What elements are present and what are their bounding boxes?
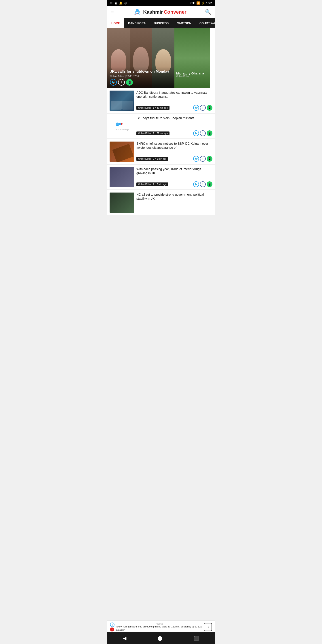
status-info: LTE 📶 ⚡ 1:22	[190, 1, 212, 5]
featured-overlay-1: JRL calls for shutdown on Monday Online …	[107, 67, 174, 88]
featured-meta-1: Online Editor | 25-11-2018	[110, 75, 172, 78]
featured-carousel: JRL calls for shutdown on Monday Online …	[107, 28, 215, 88]
news-thumb-4	[110, 167, 134, 187]
featured-facebook-1[interactable]: f	[118, 79, 125, 86]
news-title-4: With each passing year, Trade of inferio…	[136, 167, 212, 175]
news-whatsapp-1[interactable]: 📱	[206, 105, 212, 111]
news-title-2: LeT pays tribute to slain Shopian milita…	[136, 116, 212, 120]
news-facebook-2[interactable]: f	[200, 130, 206, 136]
nav-item-cartoon[interactable]: CARTOON	[173, 18, 195, 28]
news-whatsapp-2[interactable]: 📱	[206, 130, 212, 136]
news-social-2: 🐦 f 📱	[193, 130, 212, 136]
notification-icon: 🔔	[119, 1, 122, 5]
news-facebook-3[interactable]: f	[200, 156, 206, 162]
lte-badge: LTE	[190, 1, 195, 5]
news-title-1: ADC Bandipora inaugurates campaign to va…	[136, 90, 212, 98]
featured-card-2[interactable]: Migratory Gharana Online Editor |	[174, 28, 210, 88]
featured-card-1[interactable]: JRL calls for shutdown on Monday Online …	[107, 28, 174, 88]
news-item-5[interactable]: NC all set to provide strong government,…	[107, 190, 215, 215]
news-content-5: NC all set to provide strong government,…	[136, 192, 212, 213]
news-meta-3: Online Editor | 2 h 1 min ago	[136, 157, 168, 161]
logo-icon	[132, 8, 142, 16]
news-meta-2: Online Editor | 1 h 59 min ago	[136, 132, 170, 135]
hamburger-menu[interactable]: ≡	[111, 9, 114, 15]
nav-item-home[interactable]: HOME	[107, 18, 124, 28]
logo-text-red: Convener	[164, 9, 186, 15]
settings-icon: ⚙	[110, 1, 113, 5]
logo[interactable]: Kashmir Convener	[132, 8, 186, 16]
nav-item-business[interactable]: BUSINESS	[150, 18, 173, 28]
news-item-2[interactable]: K C Voice of Courage LeT pays tribute to…	[107, 114, 215, 138]
news-thumb-1	[110, 90, 134, 111]
news-social-1: 🐦 f 📱	[193, 105, 212, 111]
news-twitter-4[interactable]: 🐦	[193, 181, 199, 187]
featured-whatsapp-1[interactable]: 📱	[126, 79, 133, 86]
news-twitter-2[interactable]: 🐦	[193, 130, 199, 136]
header: ≡ Kashmir Convener 🔍	[107, 6, 215, 18]
news-thumb-2: K C Voice of Courage	[110, 116, 134, 136]
news-social-4: 🐦 f 📱	[193, 181, 212, 187]
status-icons: ⚙ ▣ 🔔 ◎	[110, 1, 127, 5]
news-meta-1: Online Editor | 1 h 45 min ago	[136, 106, 170, 110]
news-content-3: SHRC chief issues notices to SSP, DC Kul…	[136, 142, 212, 162]
news-facebook-4[interactable]: f	[200, 181, 206, 187]
news-thumb-3	[110, 142, 134, 162]
navigation-bar: HOME BANDIPORA BUSINESS CARTOON COURT WA…	[107, 18, 215, 28]
status-bar: ⚙ ▣ 🔔 ◎ LTE 📶 ⚡ 1:22	[107, 0, 215, 6]
news-item-3[interactable]: SHRC chief issues notices to SSP, DC Kul…	[107, 139, 215, 164]
brightness-icon: ◎	[124, 1, 127, 5]
news-whatsapp-3[interactable]: 📱	[206, 156, 212, 162]
svg-point-1	[134, 11, 136, 13]
news-item-1[interactable]: ADC Bandipora inaugurates campaign to va…	[107, 88, 215, 113]
news-footer-4: Online Editor | 2 h 7 min ago 🐦 f 📱	[136, 181, 212, 187]
news-meta-4: Online Editor | 2 h 7 min ago	[136, 182, 168, 186]
news-twitter-1[interactable]: 🐦	[193, 105, 199, 111]
svg-point-2	[138, 11, 140, 13]
news-whatsapp-4[interactable]: 📱	[206, 181, 212, 187]
news-content-1: ADC Bandipora inaugurates campaign to va…	[136, 90, 212, 111]
nav-item-court-watch[interactable]: COURT WATCH	[196, 18, 215, 28]
featured-twitter-1[interactable]: 🐦	[110, 79, 117, 86]
news-footer-1: Online Editor | 1 h 45 min ago 🐦 f 📱	[136, 105, 212, 111]
clock: 1:22	[206, 1, 212, 5]
news-content-4: With each passing year, Trade of inferio…	[136, 167, 212, 187]
featured-social-1: 🐦 f 📱	[110, 79, 172, 86]
news-item-4[interactable]: With each passing year, Trade of inferio…	[107, 165, 215, 190]
news-facebook-1[interactable]: f	[200, 105, 206, 111]
nav-item-bandipora[interactable]: BANDIPORA	[124, 18, 150, 28]
logo-text-black: Kashmir	[143, 9, 163, 15]
svg-text:C: C	[121, 122, 123, 126]
news-twitter-3[interactable]: 🐦	[193, 156, 199, 162]
news-thumb-5	[110, 192, 134, 213]
sim-icon: ▣	[114, 1, 117, 5]
battery-icon: ⚡	[201, 1, 205, 5]
news-title-5: NC all set to provide strong government,…	[136, 192, 212, 200]
kc-logo-icon: K C	[115, 122, 128, 128]
news-social-3: 🐦 f 📱	[193, 156, 212, 162]
thumb-content-1	[111, 100, 133, 110]
news-list: ADC Bandipora inaugurates campaign to va…	[107, 88, 215, 215]
featured-meta-2: Online Editor |	[176, 75, 208, 78]
search-icon[interactable]: 🔍	[205, 9, 211, 15]
signal-icon: 📶	[196, 1, 200, 5]
featured-overlay-2: Migratory Gharana Online Editor |	[174, 70, 210, 80]
kc-tagline: Voice of Courage	[115, 129, 128, 131]
gavel-shape	[112, 144, 134, 162]
featured-title-2: Migratory Gharana	[176, 72, 208, 75]
news-content-2: LeT pays tribute to slain Shopian milita…	[136, 116, 212, 136]
news-title-3: SHRC chief issues notices to SSP, DC Kul…	[136, 142, 212, 150]
news-footer-3: Online Editor | 2 h 1 min ago 🐦 f 📱	[136, 156, 212, 162]
featured-title-1: JRL calls for shutdown on Monday	[110, 70, 172, 74]
news-footer-2: Online Editor | 1 h 59 min ago 🐦 f 📱	[136, 130, 212, 136]
